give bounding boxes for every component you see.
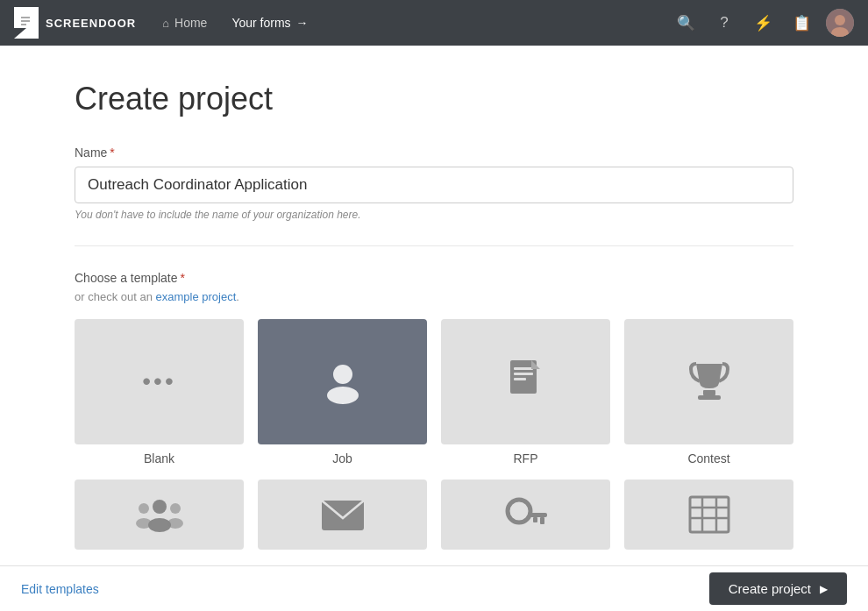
template-card-table[interactable] [624, 480, 793, 557]
template-section-label: Choose a template * [75, 271, 793, 285]
documents-button[interactable]: 📋 [784, 0, 819, 46]
svg-point-16 [153, 500, 167, 514]
email-icon [320, 497, 366, 532]
search-icon: 🔍 [677, 14, 695, 32]
blank-icon: ••• [142, 367, 175, 395]
rfp-icon [507, 359, 545, 404]
brand-icon [14, 7, 39, 39]
lightning-icon: ⚡ [754, 14, 772, 32]
svg-point-8 [333, 365, 352, 384]
svg-rect-4 [21, 24, 26, 25]
svg-point-19 [136, 518, 152, 529]
svg-rect-3 [21, 20, 30, 22]
template-card-blank[interactable]: ••• Blank [75, 319, 244, 465]
name-field-label: Name * [75, 146, 793, 160]
template-name-job: Job [332, 451, 352, 465]
template-tile-group [75, 480, 244, 550]
example-project-link[interactable]: example project [156, 290, 237, 303]
search-button[interactable]: 🔍 [668, 0, 703, 46]
svg-point-17 [148, 518, 171, 532]
nav-home[interactable]: ⌂ Home [150, 0, 219, 46]
page-title: Create project [75, 81, 793, 117]
svg-rect-26 [533, 517, 537, 522]
template-tile-job [258, 319, 427, 444]
contest-icon [687, 359, 731, 404]
template-card-rfp[interactable]: RFP [441, 319, 610, 465]
table-icon [688, 495, 730, 534]
svg-rect-11 [514, 367, 533, 370]
svg-rect-27 [690, 497, 729, 532]
svg-rect-2 [21, 17, 30, 18]
template-tile-rfp [441, 319, 610, 444]
brand-logo[interactable]: SCREENDOOR [14, 7, 136, 39]
create-btn-label: Create project [729, 581, 811, 596]
svg-point-18 [139, 503, 149, 514]
main-content: Create project Name * You don't have to … [57, 46, 811, 611]
svg-rect-14 [703, 390, 715, 395]
template-card-contest[interactable]: Contest [624, 319, 793, 465]
template-tile-blank: ••• [75, 319, 244, 444]
template-required-marker: * [181, 271, 185, 285]
template-tile-email [258, 480, 427, 550]
create-btn-arrow-icon: ▶ [820, 583, 828, 595]
help-icon: ? [720, 14, 728, 32]
template-card-group[interactable] [75, 480, 244, 557]
name-field-group: Name * You don't have to include the nam… [75, 146, 793, 221]
group-icon [135, 495, 184, 534]
key-icon [503, 495, 549, 534]
name-field-hint: You don't have to include the name of yo… [75, 209, 793, 221]
template-name-rfp: RFP [514, 451, 538, 465]
nav-your-forms-label: Your forms [231, 16, 290, 30]
svg-point-23 [508, 500, 530, 522]
svg-rect-15 [698, 395, 721, 400]
home-icon: ⌂ [162, 17, 169, 30]
brand-name: SCREENDOOR [46, 17, 136, 30]
name-input[interactable] [75, 167, 793, 203]
template-grid-row1: ••• Blank Job [75, 319, 793, 465]
notifications-button[interactable]: ⚡ [745, 0, 780, 46]
template-tile-contest [624, 319, 793, 444]
help-button[interactable]: ? [707, 0, 742, 46]
user-avatar[interactable] [826, 9, 854, 37]
template-name-blank: Blank [144, 451, 174, 465]
template-name-contest: Contest [687, 451, 729, 465]
nav-your-forms[interactable]: Your forms → [219, 0, 320, 46]
svg-point-20 [170, 503, 181, 514]
svg-point-9 [327, 387, 359, 404]
template-card-email[interactable] [258, 480, 427, 557]
svg-point-6 [835, 15, 845, 25]
section-divider [75, 245, 793, 246]
nav-arrow-icon: → [296, 16, 309, 30]
template-tile-key [441, 480, 610, 550]
svg-rect-25 [540, 517, 544, 524]
template-card-key[interactable] [441, 480, 610, 557]
create-project-button[interactable]: Create project ▶ [709, 572, 847, 605]
navbar: SCREENDOOR ⌂ Home Your forms → 🔍 ? ⚡ 📋 [0, 0, 868, 46]
nav-home-label: Home [174, 16, 207, 30]
job-icon [322, 359, 364, 404]
template-tile-table [624, 480, 793, 550]
nav-icons: 🔍 ? ⚡ 📋 [668, 0, 854, 46]
svg-rect-13 [514, 378, 526, 380]
template-subtext: or check out an example project. [75, 290, 793, 303]
svg-rect-12 [514, 373, 533, 375]
name-required-marker: * [110, 146, 114, 160]
page-footer: Edit templates Create project ▶ [0, 565, 868, 611]
edit-templates-link[interactable]: Edit templates [21, 582, 99, 596]
template-section: Choose a template * or check out an exam… [75, 271, 793, 557]
svg-rect-24 [528, 513, 547, 517]
svg-point-21 [167, 518, 183, 529]
template-card-job[interactable]: Job [258, 319, 427, 465]
document-icon: 📋 [793, 14, 811, 32]
template-grid-row2 [75, 480, 793, 557]
